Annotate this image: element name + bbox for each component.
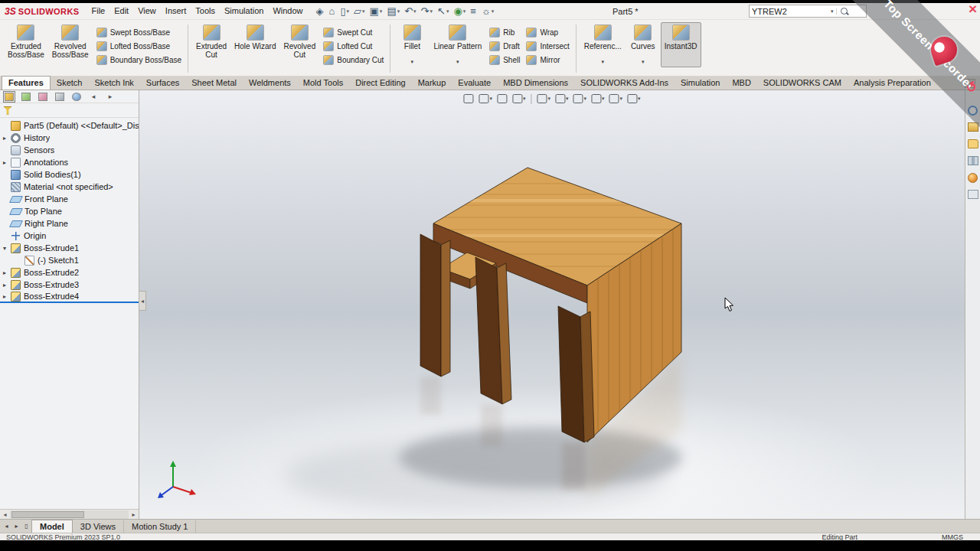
command-tab[interactable]: MBD Dimensions [497, 77, 574, 90]
command-tab[interactable]: Sketch Ink [89, 77, 140, 90]
ribbon-button[interactable]: Fillet ▾ [394, 22, 430, 67]
task-pane-button[interactable] [966, 188, 980, 201]
expand-arrow-icon[interactable]: ▾ [3, 245, 11, 252]
command-tab[interactable]: Weldments [243, 77, 297, 90]
ribbon-button[interactable]: Boundary Boss/Base [94, 53, 184, 67]
filter-funnel-icon[interactable] [3, 106, 12, 115]
document-tab[interactable]: Motion Study 1 [124, 520, 196, 533]
panel-tab[interactable] [2, 91, 17, 102]
ribbon-button[interactable]: Referenc... ▾ [580, 22, 626, 67]
ribbon-button[interactable]: Linear Pattern ▾ [430, 22, 485, 67]
menu-item[interactable]: File [87, 3, 109, 19]
expand-arrow-icon[interactable]: ▸ [3, 293, 11, 300]
quickbar-button[interactable]: ▾ [338, 4, 351, 19]
ribbon-button[interactable]: Extruded Cut [192, 22, 230, 67]
ribbon-button[interactable]: Mirror [524, 53, 571, 67]
panel-collapse-handle[interactable]: ◂ [139, 291, 146, 311]
quickbar-button[interactable]: ▾ [368, 4, 385, 19]
command-tab[interactable]: Analysis Preparation [848, 77, 937, 90]
tab-nav-button[interactable] [21, 523, 31, 530]
tree-item[interactable]: ▸ History [0, 132, 139, 144]
menu-item[interactable]: View [133, 3, 161, 19]
ribbon-button[interactable]: Lofted Boss/Base [94, 39, 184, 53]
ribbon-button[interactable]: Lofted Cut [321, 39, 386, 53]
scroll-left-icon[interactable]: ◂ [0, 511, 10, 518]
tree-item[interactable]: ▾ Boss-Extrude1 [0, 242, 139, 254]
ribbon-button[interactable]: Curves ▾ [626, 22, 661, 67]
view-tool-button[interactable] [462, 93, 475, 104]
task-pane-button[interactable] [966, 155, 980, 167]
command-tab[interactable]: Sheet Metal [185, 77, 243, 90]
ribbon-button[interactable]: Instant3D [661, 22, 701, 67]
view-tool-button[interactable]: ▾ [572, 93, 589, 104]
command-tab[interactable]: Simulation [675, 77, 726, 90]
scroll-right-icon[interactable]: ▸ [129, 511, 139, 518]
task-pane-button[interactable] [966, 104, 980, 116]
quickbar-button[interactable] [468, 4, 479, 19]
tree-item[interactable]: Right Plane [0, 217, 139, 230]
command-tab[interactable]: Direct Editing [349, 77, 411, 90]
ribbon-button[interactable]: Revolved Cut [280, 22, 320, 67]
ribbon-button[interactable]: Swept Cut [321, 25, 386, 39]
command-tab[interactable]: SOLIDWORKS CAM [757, 77, 848, 90]
tree-item[interactable]: (-) Sketch1 [0, 254, 139, 266]
command-tab[interactable]: Surfaces [140, 77, 185, 90]
ribbon-button[interactable]: Extruded Boss/Base [4, 22, 48, 67]
tree-item[interactable]: Sensors [0, 144, 139, 156]
view-tool-button[interactable]: ▾ [511, 93, 528, 104]
command-tab[interactable]: MBD [726, 77, 756, 90]
menu-item[interactable]: Window [268, 3, 307, 19]
quickbar-button[interactable]: ▾ [402, 4, 418, 19]
quickbar-button[interactable] [327, 4, 338, 19]
menu-item[interactable]: Simulation [220, 3, 268, 19]
view-tool-button[interactable] [495, 93, 509, 104]
search-dropdown-caret-icon[interactable]: ▾ [828, 8, 837, 15]
ribbon-button[interactable]: Swept Boss/Base [94, 25, 184, 39]
tree-item[interactable]: ▸ Annotations [0, 156, 139, 168]
tree-item[interactable]: Front Plane [0, 193, 139, 205]
command-tab[interactable]: Evaluate [452, 77, 497, 90]
quickbar-button[interactable]: ▾ [384, 4, 402, 19]
search-input[interactable] [752, 7, 828, 16]
task-pane-button[interactable] [966, 138, 980, 150]
expand-arrow-icon[interactable]: ▸ [3, 282, 11, 289]
quickbar-button[interactable] [314, 4, 327, 19]
status-units[interactable]: MMGS [942, 533, 963, 541]
document-tab[interactable]: Model [31, 520, 73, 533]
ribbon-button[interactable]: Draft [487, 39, 522, 53]
ribbon-button[interactable]: Revolved Boss/Base [48, 22, 93, 67]
scrollbar-thumb[interactable] [11, 511, 84, 518]
view-tool-button[interactable]: ▾ [477, 93, 494, 104]
tab-nav-button[interactable] [2, 523, 11, 530]
tree-item[interactable]: Top Plane [0, 205, 139, 217]
tree-item[interactable]: Origin [0, 230, 139, 242]
task-pane-button[interactable] [966, 171, 980, 184]
ribbon-options-icon[interactable] [965, 79, 975, 88]
tree-item[interactable]: Solid Bodies(1) [0, 168, 139, 181]
command-tab[interactable]: Features [2, 76, 51, 90]
quickbar-button[interactable]: ▾ [451, 4, 468, 19]
view-tool-button[interactable]: ▾ [554, 93, 570, 104]
panel-horizontal-scrollbar[interactable]: ◂ ▸ [0, 509, 139, 519]
menu-item[interactable]: Edit [109, 3, 133, 19]
graphics-viewport[interactable]: ▾ ▾ ▾ ▾ [139, 90, 965, 519]
panel-tab[interactable] [52, 91, 67, 102]
panel-tab[interactable] [69, 91, 84, 102]
panel-tab[interactable] [35, 91, 51, 102]
quickbar-button[interactable]: ▾ [419, 4, 435, 19]
command-tab[interactable]: Markup [412, 77, 452, 90]
tree-item[interactable]: ▸ Boss-Extrude4 [0, 291, 139, 303]
panel-tab[interactable] [18, 91, 34, 102]
view-tool-button[interactable]: ▾ [590, 93, 606, 104]
ribbon-button[interactable]: Shell [487, 53, 522, 67]
task-pane-button[interactable] [966, 121, 980, 133]
expand-arrow-icon[interactable]: ▸ [3, 269, 11, 276]
panel-tab[interactable] [86, 91, 101, 102]
scrollbar-track[interactable] [10, 510, 129, 519]
command-tab[interactable]: SOLIDWORKS Add-Ins [574, 77, 675, 90]
tab-nav-button[interactable] [11, 523, 21, 530]
quickbar-button[interactable]: ▾ [351, 4, 368, 19]
tree-item[interactable]: ▸ Boss-Extrude2 [0, 266, 139, 279]
tree-item[interactable]: ▸ Boss-Extrude3 [0, 279, 139, 291]
ribbon-button[interactable]: Intersect [524, 39, 571, 53]
